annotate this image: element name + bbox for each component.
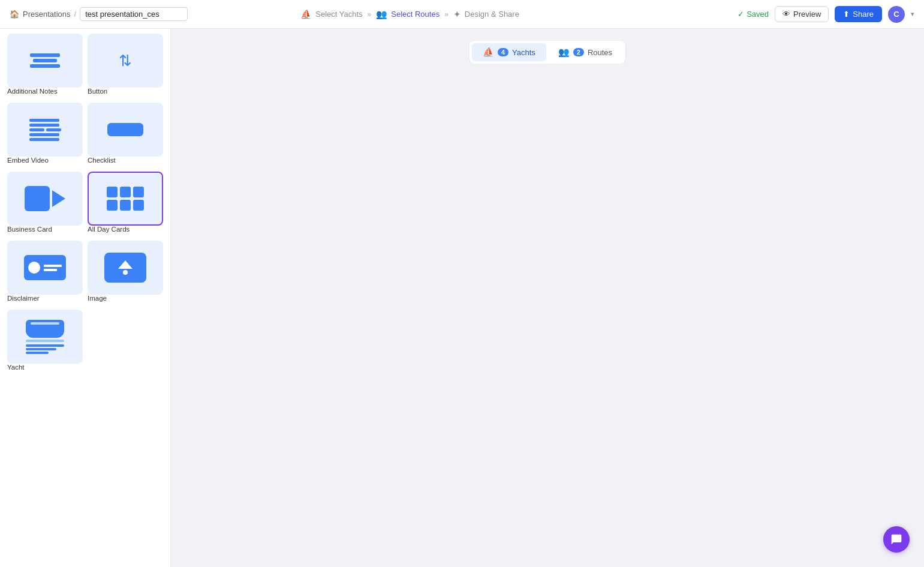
all-day-cards-icon [103, 183, 148, 214]
checklist-label: Checklist [88, 157, 163, 164]
topnav: 🏠 Presentations / ⛵ Select Yachts » 👥 Se… [0, 0, 924, 29]
routes-tab-badge: 2 [573, 48, 584, 56]
main-canvas [171, 64, 924, 567]
nav-steps: ⛵ Select Yachts » 👥 Select Routes » ✦ De… [300, 9, 519, 20]
home-icon: 🏠 [10, 10, 19, 19]
step-yachts-label: Select Yachts [315, 10, 362, 19]
sidebar-item-checklist[interactable]: Checklist [88, 103, 163, 167]
sidebar-item-all-day-cards[interactable]: All Day Cards [88, 172, 163, 236]
disclaimer-icon [24, 255, 66, 280]
tab-routes[interactable]: 👥 2 Routes [547, 43, 623, 61]
yachts-tab-label: Yachts [512, 48, 535, 57]
checklist-card [88, 103, 163, 157]
additional-notes-icon [30, 53, 60, 68]
additional-notes-label: Additional Notes [7, 88, 83, 95]
preview-icon: 👁 [782, 10, 790, 19]
sidebar-item-disclaimer[interactable]: Disclaimer [7, 241, 83, 305]
preview-button[interactable]: 👁 Preview [775, 6, 829, 22]
tabs-bar: ⛵ 4 Yachts 👥 2 Routes [469, 41, 625, 64]
sidebar: Additional Notes ⇅ Button [0, 29, 171, 567]
sidebar-item-button[interactable]: ⇅ Button [88, 34, 163, 98]
share-button[interactable]: ⬆ Share [835, 6, 882, 22]
routes-tab-label: Routes [588, 48, 612, 57]
step-design-label: Design & Share [465, 10, 519, 19]
tab-yachts[interactable]: ⛵ 4 Yachts [472, 43, 546, 61]
main-layout: Additional Notes ⇅ Button [0, 29, 924, 567]
embed-video-card [7, 103, 83, 157]
saved-status: ✓ Saved [738, 10, 769, 19]
business-card-icon [25, 186, 65, 211]
chat-bubble[interactable] [883, 526, 910, 553]
disclaimer-label: Disclaimer [7, 295, 83, 302]
button-label: Button [88, 88, 163, 95]
button-card: ⇅ [88, 34, 163, 88]
yacht-boat-icon [26, 320, 64, 338]
check-icon: ✓ [738, 10, 744, 19]
sidebar-item-business-card[interactable]: Business Card [7, 172, 83, 236]
additional-notes-card [7, 34, 83, 88]
breadcrumb-separator: / [74, 10, 77, 19]
breadcrumb: 🏠 Presentations / [10, 7, 188, 21]
image-icon [104, 253, 146, 283]
step-design-share[interactable]: ✦ Design & Share [453, 9, 519, 20]
topnav-right: ✓ Saved 👁 Preview ⬆ Share C ▾ [738, 6, 914, 23]
checklist-icon [107, 123, 143, 136]
all-day-cards-label: All Day Cards [88, 226, 163, 233]
share-label: Share [853, 10, 874, 19]
step-select-yachts[interactable]: ⛵ Select Yachts [300, 9, 362, 20]
yachts-tab-badge: 4 [498, 48, 508, 56]
yacht-card [7, 310, 83, 364]
chat-icon [890, 533, 902, 545]
chevron-step-2: » [444, 10, 449, 19]
preview-label: Preview [793, 10, 821, 19]
chevron-down-icon[interactable]: ▾ [911, 10, 914, 18]
sidebar-item-additional-notes[interactable]: Additional Notes [7, 34, 83, 98]
design-step-icon: ✦ [453, 9, 461, 20]
yachts-tab-icon: ⛵ [483, 47, 494, 58]
embed-video-icon [25, 114, 66, 146]
step-routes-label: Select Routes [391, 10, 440, 19]
main-content: ⛵ 4 Yachts 👥 2 Routes [171, 29, 924, 567]
sidebar-grid: Additional Notes ⇅ Button [7, 34, 163, 374]
chevron-step-1: » [368, 10, 372, 19]
yacht-label: Yacht [7, 364, 83, 371]
yacht-step-icon: ⛵ [300, 9, 312, 20]
sidebar-item-embed-video[interactable]: Embed Video [7, 103, 83, 167]
avatar[interactable]: C [888, 6, 905, 23]
sidebar-item-yacht[interactable]: Yacht [7, 310, 83, 374]
image-label: Image [88, 295, 163, 302]
business-card-card [7, 172, 83, 226]
saved-text: Saved [747, 10, 769, 19]
share-icon: ⬆ [843, 10, 850, 19]
all-day-cards-card [88, 172, 163, 226]
routes-step-icon: 👥 [376, 9, 387, 20]
disclaimer-card [7, 241, 83, 295]
business-card-label: Business Card [7, 226, 83, 233]
breadcrumb-presentations[interactable]: Presentations [23, 10, 71, 19]
button-icon: ⇅ [119, 52, 132, 70]
presentation-name-input[interactable] [80, 7, 188, 21]
routes-tab-icon: 👥 [558, 47, 570, 58]
image-card [88, 241, 163, 295]
step-select-routes[interactable]: 👥 Select Routes [376, 9, 440, 20]
sidebar-item-image[interactable]: Image [88, 241, 163, 305]
embed-video-label: Embed Video [7, 157, 83, 164]
